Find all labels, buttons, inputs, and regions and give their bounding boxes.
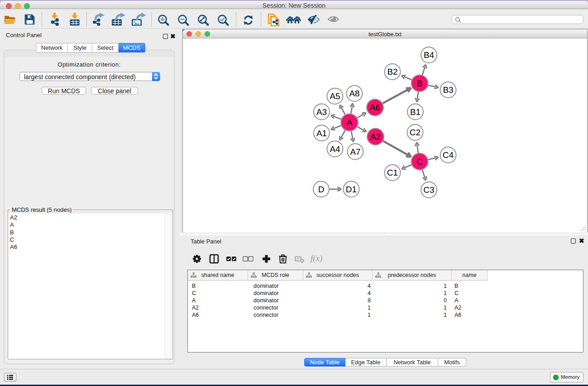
svg-text:A4: A4 — [330, 144, 340, 154]
svg-text:A: A — [347, 118, 353, 127]
svg-text:A3: A3 — [316, 107, 327, 117]
svg-text:A6: A6 — [370, 103, 380, 112]
svg-text:A1: A1 — [316, 129, 327, 138]
svg-text:B1: B1 — [410, 107, 421, 117]
svg-text:B: B — [417, 79, 423, 88]
svg-text:A7: A7 — [350, 147, 360, 157]
svg-text:C: C — [416, 157, 423, 167]
svg-text:D1: D1 — [346, 185, 357, 194]
svg-text:A8: A8 — [349, 89, 359, 98]
svg-text:C2: C2 — [410, 128, 421, 137]
svg-text:B4: B4 — [424, 50, 435, 60]
svg-text:B2: B2 — [387, 67, 397, 76]
svg-text:A2: A2 — [370, 132, 381, 142]
svg-text:C3: C3 — [423, 185, 434, 195]
svg-text:D: D — [318, 185, 325, 194]
svg-text:A5: A5 — [330, 91, 340, 101]
svg-text:C4: C4 — [443, 150, 454, 160]
svg-text:B3: B3 — [443, 85, 453, 95]
svg-text:C1: C1 — [387, 168, 398, 177]
